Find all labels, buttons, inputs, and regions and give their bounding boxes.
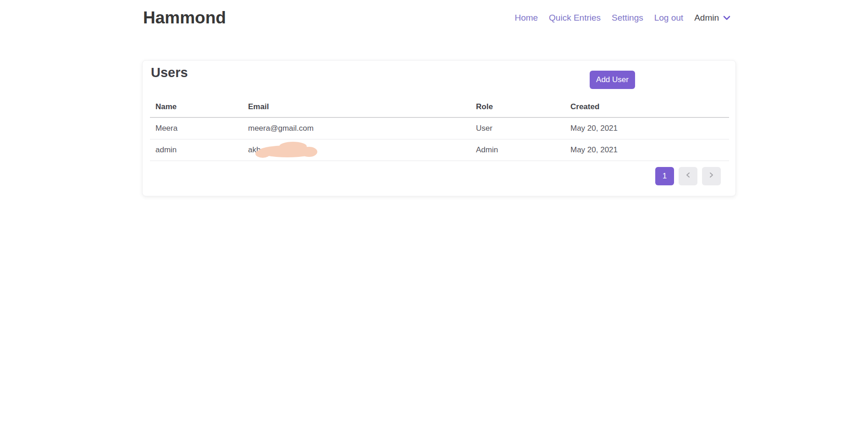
table-row: Meera meera@gmail.com User May 20, 2021 [150,117,729,139]
user-menu[interactable]: Admin [694,13,730,23]
pagination: 1 [655,167,721,185]
nav-link-home[interactable]: Home [514,13,538,23]
pagination-prev-button[interactable] [679,167,697,185]
page-title: Users [151,65,188,80]
users-card: Users Add User Name Email Role Created M… [142,60,736,196]
nav-link-quick-entries[interactable]: Quick Entries [549,13,601,23]
col-header-role: Role [470,101,565,117]
pagination-page-1[interactable]: 1 [655,167,674,185]
col-header-name: Name [150,101,243,117]
cell-email-visible-text: akh [248,145,260,154]
email-redaction-scribble [254,140,319,163]
cell-name: Meera [150,117,243,139]
table-row: admin akh Admin [150,139,729,161]
cell-created: May 20, 2021 [565,117,729,139]
cell-role: User [470,117,565,139]
nav-link-logout[interactable]: Log out [654,13,683,23]
cell-email: akh [243,139,470,161]
cell-created: May 20, 2021 [565,139,729,161]
table-header: Name Email Role Created [150,101,729,117]
pagination-next-button[interactable] [702,167,721,185]
top-header: Hammond Home Quick Entries Settings Log … [143,0,730,36]
add-user-button[interactable]: Add User [590,71,635,89]
user-menu-label: Admin [694,13,719,23]
nav-link-settings[interactable]: Settings [612,13,643,23]
col-header-email: Email [243,101,470,117]
chevron-left-icon [686,172,691,181]
brand-logo[interactable]: Hammond [143,8,226,28]
cell-role: Admin [470,139,565,161]
col-header-created: Created [565,101,729,117]
chevron-right-icon [709,172,714,181]
cell-name: admin [150,139,243,161]
cell-email: meera@gmail.com [243,117,470,139]
chevron-down-icon [723,16,730,21]
main-nav: Home Quick Entries Settings Log out Admi… [514,13,730,23]
users-table: Name Email Role Created Meera meera@gmai… [150,101,729,161]
